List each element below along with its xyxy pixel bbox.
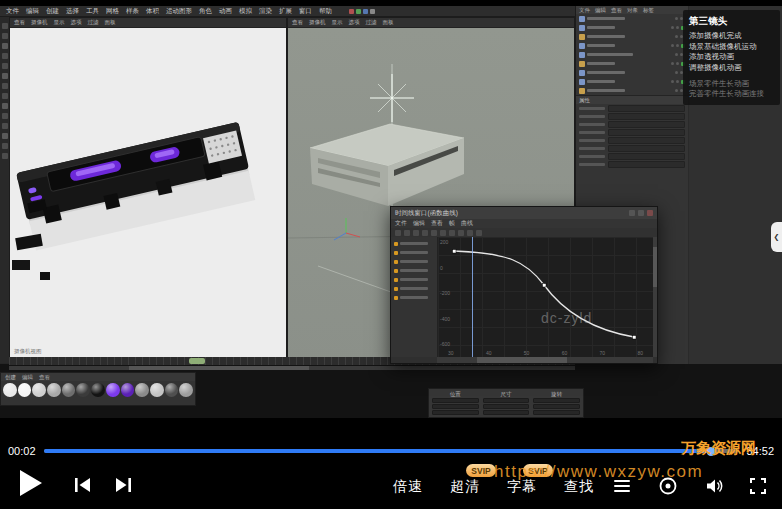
object-menu-item[interactable]: 查看	[611, 7, 622, 14]
viewport-menu-item[interactable]: 摄像机	[309, 19, 326, 26]
tool-icon[interactable]	[2, 73, 8, 79]
viewport-menu-item[interactable]: 显示	[54, 19, 65, 26]
timeline-menu-item[interactable]: 查看	[431, 219, 443, 228]
attribute-value-field[interactable]	[608, 137, 685, 144]
material-swatch[interactable]	[179, 383, 193, 397]
track-row[interactable]	[391, 293, 437, 302]
material-swatch[interactable]	[18, 383, 32, 397]
viewport-menu-item[interactable]: 面板	[105, 19, 116, 26]
coordinate-field[interactable]	[533, 410, 580, 415]
coordinate-field[interactable]	[483, 404, 530, 409]
track-row[interactable]	[391, 248, 437, 257]
viewport-menu-item[interactable]: 过滤	[366, 19, 377, 26]
material-swatch[interactable]	[150, 383, 164, 397]
tool-icon[interactable]	[2, 123, 8, 129]
subtitles-button[interactable]: 字幕	[507, 478, 537, 496]
attribute-row[interactable]	[576, 152, 688, 160]
attribute-row[interactable]	[576, 104, 688, 112]
menu-item[interactable]: 渲染	[259, 7, 272, 16]
attribute-value-field[interactable]	[608, 121, 685, 128]
tool-icon[interactable]	[2, 53, 8, 59]
timeline-playhead-knob[interactable]	[189, 358, 205, 364]
coordinate-field[interactable]	[483, 410, 530, 415]
track-row[interactable]	[391, 257, 437, 266]
tool-icon[interactable]	[2, 43, 8, 49]
tool-icon[interactable]	[2, 93, 8, 99]
track-row[interactable]	[391, 266, 437, 275]
playlist-drawer-toggle[interactable]: ❮	[771, 222, 782, 252]
object-row[interactable]	[576, 14, 688, 23]
tool-icon[interactable]	[2, 103, 8, 109]
attribute-row[interactable]	[576, 112, 688, 120]
attribute-row[interactable]	[576, 136, 688, 144]
material-menu-item[interactable]: 创建	[5, 374, 16, 381]
left-tool-palette[interactable]	[0, 17, 9, 363]
tool-icon[interactable]	[2, 113, 8, 119]
object-menu-item[interactable]: 编辑	[595, 7, 606, 14]
object-row[interactable]	[576, 32, 688, 41]
fullscreen-button[interactable]	[748, 476, 768, 499]
material-swatch[interactable]	[165, 383, 179, 397]
viewport-menu-item[interactable]: 查看	[14, 19, 25, 26]
coordinate-field[interactable]	[483, 398, 530, 403]
attribute-value-field[interactable]	[608, 129, 685, 136]
viewport-menu-item[interactable]: 选项	[349, 19, 360, 26]
coordinate-field[interactable]	[533, 404, 580, 409]
timeline-menu-item[interactable]: 帧	[449, 219, 455, 228]
material-swatch[interactable]	[135, 383, 149, 397]
fcurve-vscrollbar[interactable]	[653, 237, 657, 357]
material-menu-item[interactable]: 查看	[39, 374, 50, 381]
next-button[interactable]	[112, 475, 134, 498]
track-row[interactable]	[391, 239, 437, 248]
viewport-menu-item[interactable]: 显示	[332, 19, 343, 26]
object-row[interactable]	[576, 41, 688, 50]
screencast-button[interactable]	[658, 476, 678, 499]
volume-button[interactable]	[704, 476, 724, 499]
attribute-value-field[interactable]	[608, 105, 685, 112]
play-button[interactable]	[16, 468, 44, 501]
tool-icon[interactable]	[2, 83, 8, 89]
attribute-value-field[interactable]	[608, 153, 685, 160]
object-row[interactable]	[576, 59, 688, 68]
timeline-scrollbar[interactable]	[9, 366, 575, 370]
timeline-object-tree[interactable]	[391, 237, 438, 357]
menu-item[interactable]: 窗口	[299, 7, 312, 16]
viewport-left-canvas[interactable]: 摄像机视图	[10, 28, 286, 358]
material-swatch[interactable]	[76, 383, 90, 397]
fcurve-area[interactable]: 2000-200-400-600 304050607080	[438, 237, 653, 357]
tool-icon[interactable]	[2, 23, 8, 29]
quality-button[interactable]: 超清	[450, 478, 480, 496]
playback-speed-button[interactable]: 倍速	[393, 478, 423, 496]
material-swatch[interactable]	[62, 383, 76, 397]
attribute-value-field[interactable]	[608, 145, 685, 152]
coordinate-field[interactable]	[432, 410, 479, 415]
timeline-menu-item[interactable]: 文件	[395, 219, 407, 228]
menu-item[interactable]: 模拟	[239, 7, 252, 16]
object-row[interactable]	[576, 23, 688, 32]
material-menu-item[interactable]: 编辑	[22, 374, 33, 381]
timeline-titlebar[interactable]: 时间线窗口(函数曲线)	[391, 207, 657, 219]
progress-bar[interactable]	[44, 449, 739, 453]
tool-icon[interactable]	[2, 33, 8, 39]
attribute-row[interactable]	[576, 120, 688, 128]
window-buttons[interactable]	[629, 210, 653, 216]
menu-item[interactable]: 选择	[66, 7, 79, 16]
object-row[interactable]	[576, 86, 688, 95]
timeline-menu-item[interactable]: 曲线	[461, 219, 473, 228]
tool-icon[interactable]	[2, 143, 8, 149]
menu-item[interactable]: 网格	[106, 7, 119, 16]
object-menu-item[interactable]: 对象	[627, 7, 638, 14]
menu-item[interactable]: 编辑	[26, 7, 39, 16]
tool-icon[interactable]	[2, 63, 8, 69]
menu-item[interactable]: 角色	[199, 7, 212, 16]
object-row[interactable]	[576, 77, 688, 86]
attribute-row[interactable]	[576, 160, 688, 168]
previous-button[interactable]	[72, 475, 94, 498]
menu-item[interactable]: 动画	[219, 7, 232, 16]
menu-item[interactable]: 创建	[46, 7, 59, 16]
track-row[interactable]	[391, 284, 437, 293]
viewport-menu-item[interactable]: 选项	[71, 19, 82, 26]
progress-handle[interactable]	[706, 447, 715, 456]
timeline-menu-item[interactable]: 编辑	[413, 219, 425, 228]
attribute-row[interactable]	[576, 144, 688, 152]
